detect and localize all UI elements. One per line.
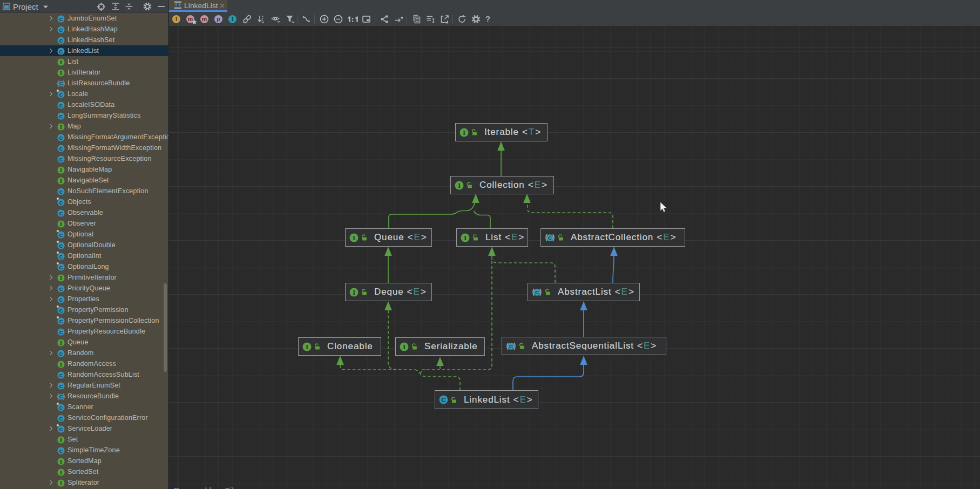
svg-text:C: C: [59, 329, 63, 335]
svg-text:C: C: [59, 351, 63, 357]
svg-text:C: C: [59, 264, 63, 270]
svg-text:C: C: [59, 394, 63, 399]
svg-text:I: I: [60, 275, 62, 281]
svg-text:C: C: [59, 189, 63, 195]
svg-text:C: C: [59, 372, 63, 378]
svg-text:C: C: [59, 103, 63, 108]
svg-text:I: I: [60, 437, 62, 443]
svg-text:I: I: [464, 234, 467, 241]
svg-text:I: I: [353, 288, 355, 296]
svg-text:I: I: [458, 181, 461, 189]
svg-text:C: C: [441, 397, 445, 403]
svg-text:I: I: [60, 124, 62, 130]
svg-text:C: C: [59, 297, 63, 303]
svg-text:C: C: [59, 113, 63, 119]
svg-text:C: C: [59, 200, 63, 206]
svg-text:I: I: [60, 480, 62, 486]
svg-text:I: I: [60, 470, 62, 476]
svg-text:C: C: [59, 448, 63, 454]
svg-text:C: C: [59, 157, 63, 162]
svg-text:C: C: [59, 383, 63, 389]
svg-text:C: C: [535, 289, 539, 295]
svg-text:C: C: [59, 254, 63, 260]
svg-text:C: C: [548, 235, 552, 241]
svg-text:I: I: [60, 221, 62, 227]
svg-text:C: C: [59, 27, 63, 33]
svg-text:C: C: [59, 426, 63, 432]
svg-text:I: I: [60, 459, 62, 465]
svg-text:C: C: [59, 405, 63, 411]
svg-text:C: C: [59, 243, 63, 249]
svg-text:C: C: [509, 343, 513, 349]
svg-text:C: C: [59, 146, 63, 152]
svg-text:C: C: [59, 38, 63, 44]
svg-text:I: I: [60, 70, 62, 76]
svg-text:C: C: [59, 318, 63, 324]
svg-text:C: C: [59, 210, 63, 216]
svg-text:I: I: [403, 343, 405, 350]
svg-text:C: C: [59, 92, 63, 98]
svg-text:I: I: [60, 59, 62, 65]
svg-text:C: C: [59, 135, 63, 141]
svg-text:C: C: [59, 232, 63, 238]
svg-text:C: C: [59, 16, 63, 22]
svg-text:C: C: [59, 308, 63, 314]
svg-text:C: C: [59, 81, 63, 86]
svg-text:C: C: [59, 286, 63, 292]
svg-text:I: I: [60, 178, 62, 184]
svg-text:I: I: [60, 167, 62, 173]
svg-text:C: C: [59, 416, 63, 422]
svg-text:C: C: [59, 49, 63, 55]
svg-text:I: I: [306, 343, 308, 350]
svg-text:I: I: [60, 340, 62, 346]
svg-text:I: I: [60, 362, 62, 368]
svg-text:I: I: [463, 128, 465, 136]
svg-text:I: I: [353, 234, 355, 241]
